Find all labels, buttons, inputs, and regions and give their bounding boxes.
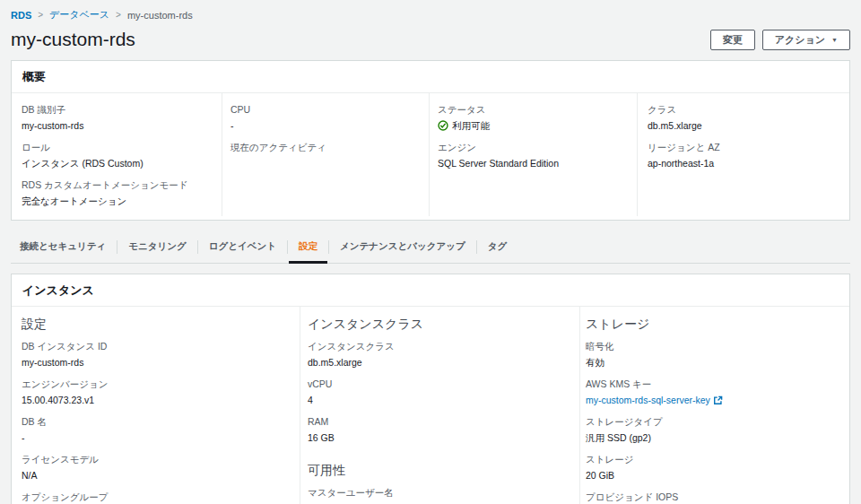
modify-button[interactable]: 変更 bbox=[710, 30, 755, 50]
field-label: ストレージ bbox=[586, 453, 849, 465]
instance-column-class: インスタンスクラス インスタンスクラス db.m5.xlarge vCPU 4 … bbox=[300, 307, 579, 504]
field-value: 完全なオートメーション bbox=[22, 195, 213, 207]
check-circle-icon bbox=[438, 120, 448, 131]
breadcrumb-link-databases[interactable]: データベース bbox=[49, 8, 109, 22]
field-label: ストレージタイプ bbox=[586, 415, 849, 428]
field-license-model: ライセンスモデル N/A bbox=[22, 453, 291, 482]
breadcrumb-current: my-custom-rds bbox=[127, 10, 193, 21]
field-label: リージョンと AZ bbox=[648, 141, 849, 153]
instance-panel-header: インスタンス bbox=[12, 274, 849, 307]
field-status: ステータス 利用可能 bbox=[438, 103, 637, 132]
field-provisioned-iops: プロビジョンド IOPS - bbox=[586, 491, 849, 504]
field-value: my-custom-rds bbox=[22, 119, 213, 132]
field-value: 有効 bbox=[586, 356, 849, 369]
field-value: 20 GiB bbox=[586, 469, 849, 482]
section-heading-availability: 可用性 bbox=[308, 462, 579, 478]
kms-key-link-text: my-custom-rds-sql-server-key bbox=[586, 395, 710, 405]
field-value: SQL Server Standard Edition bbox=[438, 157, 637, 169]
field-db-instance-id: DB インスタンス ID my-custom-rds bbox=[22, 340, 291, 369]
field-value: 汎用 SSD (gp2) bbox=[586, 431, 849, 444]
field-engine: エンジン SQL Server Standard Edition bbox=[438, 141, 637, 169]
field-label: AWS KMS キー bbox=[586, 378, 849, 390]
field-storage-size: ストレージ 20 GiB bbox=[586, 453, 849, 482]
field-value: db.m5.xlarge bbox=[648, 119, 849, 132]
instance-panel-title: インスタンス bbox=[22, 282, 839, 299]
instance-column-storage: ストレージ 暗号化 有効 AWS KMS キー my-custom-rds-sq… bbox=[579, 307, 849, 504]
tab-configuration[interactable]: 設定 bbox=[288, 233, 328, 263]
section-heading-storage: ストレージ bbox=[586, 316, 849, 332]
field-label: エンジンバージョン bbox=[22, 378, 291, 390]
external-link-icon bbox=[713, 395, 723, 405]
section-heading-instance-class: インスタンスクラス bbox=[308, 316, 579, 332]
field-value: インスタンス (RDS Custom) bbox=[22, 157, 213, 169]
header-actions: 変更 アクション ▼ bbox=[710, 30, 850, 50]
field-label: プロビジョンド IOPS bbox=[586, 491, 849, 503]
field-label: RAM bbox=[308, 415, 579, 428]
tab-logs-events[interactable]: ログとイベント bbox=[198, 233, 287, 263]
summary-column-2: CPU - 現在のアクティビティ bbox=[222, 93, 429, 216]
field-label: クラス bbox=[648, 103, 849, 116]
field-db-identifier: DB 識別子 my-custom-rds bbox=[22, 103, 213, 132]
field-value: 4 bbox=[308, 394, 579, 406]
field-class: クラス db.m5.xlarge bbox=[648, 103, 849, 132]
summary-panel-header: 概要 bbox=[12, 61, 849, 93]
field-value: ap-northeast-1a bbox=[648, 157, 849, 169]
summary-column-4: クラス db.m5.xlarge リージョンと AZ ap-northeast-… bbox=[637, 93, 849, 216]
tab-monitoring[interactable]: モニタリング bbox=[117, 233, 196, 263]
summary-column-3: ステータス 利用可能 エンジン SQL Server Standard Edit… bbox=[429, 93, 637, 216]
summary-panel-title: 概要 bbox=[22, 69, 839, 85]
page-header: my-custom-rds 変更 アクション ▼ bbox=[11, 29, 850, 50]
field-label: ロール bbox=[22, 141, 213, 153]
rds-database-detail-page: RDS > データベース > my-custom-rds my-custom-r… bbox=[0, 0, 861, 504]
summary-panel: 概要 DB 識別子 my-custom-rds ロール インスタンス (RDS … bbox=[11, 60, 850, 221]
field-option-group: オプショングループ default:custom-sqlserver-se-15… bbox=[22, 491, 291, 504]
field-label: ステータス bbox=[438, 103, 637, 116]
field-instance-class: インスタンスクラス db.m5.xlarge bbox=[308, 340, 579, 369]
instance-grid: 設定 DB インスタンス ID my-custom-rds エンジンバージョン … bbox=[12, 307, 849, 504]
status-badge: 利用可能 bbox=[438, 119, 637, 132]
tab-tags[interactable]: タグ bbox=[477, 233, 518, 263]
field-value: my-custom-rds bbox=[22, 356, 291, 369]
page-title: my-custom-rds bbox=[11, 29, 135, 50]
field-label: CPU bbox=[230, 103, 429, 116]
field-region-az: リージョンと AZ ap-northeast-1a bbox=[648, 141, 849, 169]
field-automation-mode: RDS カスタムオートメーションモード 完全なオートメーション bbox=[22, 178, 213, 207]
field-label: オプショングループ bbox=[22, 491, 291, 503]
field-label: 暗号化 bbox=[586, 340, 849, 352]
field-vcpu: vCPU 4 bbox=[308, 378, 579, 406]
field-value: db.m5.xlarge bbox=[308, 356, 579, 369]
field-label: DB インスタンス ID bbox=[22, 340, 291, 352]
field-master-username: マスターユーザー名 admin bbox=[308, 486, 579, 504]
kms-key-link[interactable]: my-custom-rds-sql-server-key bbox=[586, 395, 723, 405]
field-value: N/A bbox=[22, 469, 291, 482]
breadcrumb-link-rds[interactable]: RDS bbox=[11, 10, 31, 21]
field-label: マスターユーザー名 bbox=[308, 486, 579, 499]
actions-menu-label: アクション bbox=[775, 35, 825, 45]
field-value: 15.00.4073.23.v1 bbox=[22, 394, 291, 406]
caret-down-icon: ▼ bbox=[831, 37, 838, 43]
summary-grid: DB 識別子 my-custom-rds ロール インスタンス (RDS Cus… bbox=[12, 93, 849, 220]
field-label: インスタンスクラス bbox=[308, 340, 579, 352]
instance-panel: インスタンス 設定 DB インスタンス ID my-custom-rds エンジ… bbox=[11, 274, 850, 504]
field-storage-type: ストレージタイプ 汎用 SSD (gp2) bbox=[586, 415, 849, 444]
field-label: vCPU bbox=[308, 378, 579, 390]
tab-bar: 接続とセキュリティ モニタリング ログとイベント 設定 メンテナンスとバックアッ… bbox=[11, 233, 850, 264]
status-text: 利用可能 bbox=[452, 119, 490, 132]
breadcrumb: RDS > データベース > my-custom-rds bbox=[11, 0, 850, 22]
summary-column-1: DB 識別子 my-custom-rds ロール インスタンス (RDS Cus… bbox=[12, 93, 222, 216]
field-role: ロール インスタンス (RDS Custom) bbox=[22, 141, 213, 169]
field-current-activity: 現在のアクティビティ bbox=[230, 141, 429, 153]
field-engine-version: エンジンバージョン 15.00.4073.23.v1 bbox=[22, 378, 291, 406]
tab-connectivity-security[interactable]: 接続とセキュリティ bbox=[11, 233, 117, 263]
field-label: 現在のアクティビティ bbox=[230, 141, 429, 153]
field-label: ライセンスモデル bbox=[22, 453, 291, 465]
actions-menu-button[interactable]: アクション ▼ bbox=[762, 30, 850, 50]
tab-maintenance-backups[interactable]: メンテナンスとバックアップ bbox=[329, 233, 476, 263]
chevron-right-icon: > bbox=[116, 10, 121, 20]
field-value: - bbox=[230, 119, 429, 132]
field-value: 16 GB bbox=[308, 431, 579, 444]
section-heading-config: 設定 bbox=[22, 316, 291, 332]
field-label: エンジン bbox=[438, 141, 637, 153]
field-ram: RAM 16 GB bbox=[308, 415, 579, 444]
field-value: - bbox=[22, 431, 291, 444]
